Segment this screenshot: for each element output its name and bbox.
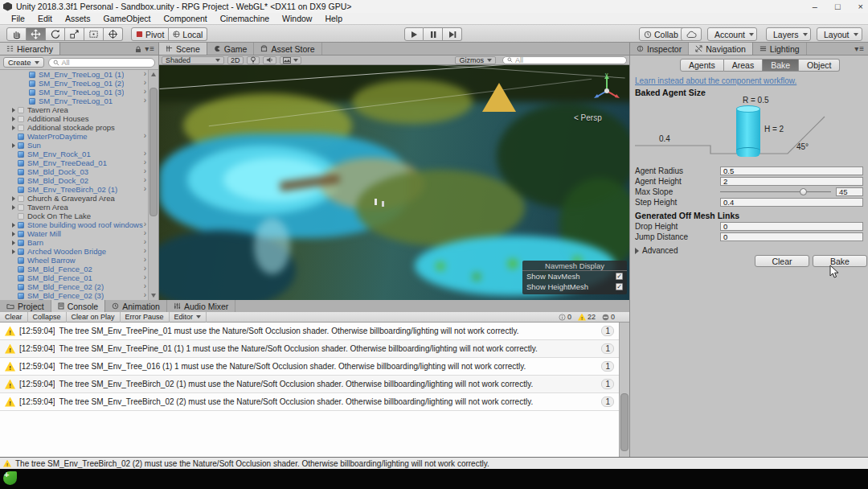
account-dropdown[interactable]: Account [707,27,757,41]
hierarchy-item[interactable]: SM_Bld_Fence_02 (3) › [0,291,148,300]
error-count-toggle[interactable]: 0 [602,313,615,321]
hierarchy-item[interactable]: Water Mill › [0,229,148,238]
local-toggle-button[interactable]: Local [169,27,207,41]
menu-item[interactable]: Edit [31,14,59,23]
bake-button[interactable]: Bake [813,255,867,267]
hierarchy-item[interactable]: Barn › [0,238,148,247]
tab-audio-mixer[interactable]: Audio Mixer [167,300,235,312]
prefab-chevron-icon[interactable]: › [144,131,146,140]
tab-project[interactable]: Project [0,300,51,312]
menu-item[interactable]: File [5,14,31,23]
clear-button[interactable]: Clear [755,255,809,267]
tab-game[interactable]: Game [207,43,255,55]
hierarchy-item[interactable]: SM_Bld_Fence_02 › [0,265,148,273]
menu-item[interactable]: Component [157,14,213,23]
hierarchy-item[interactable]: SM_Env_TreeBirch_02 (1) › [0,185,148,194]
expand-arrow-icon[interactable] [10,221,18,228]
console-message-row[interactable]: ! [12:59:04] The tree SM_Env_TreeBirch_0… [0,393,619,411]
console-message-row[interactable]: ! [12:59:04] The tree SM_Env_TreeBirch_0… [0,376,619,393]
prefab-chevron-icon[interactable]: › [144,184,146,193]
expand-arrow-icon[interactable] [10,159,18,166]
expand-arrow-icon[interactable] [10,133,18,140]
console-message-row[interactable]: ! [12:59:04] The tree SM_Env_Tree_016 (1… [0,358,619,376]
hierarchy-item[interactable]: SM_Env_Rock_01 › [0,150,148,158]
hierarchy-item[interactable]: Tavern Area › [0,105,148,114]
prefab-chevron-icon[interactable]: › [144,158,146,166]
maximize-button[interactable]: □ [835,2,841,11]
subtab-areas[interactable]: Areas [724,59,763,72]
show-navmesh-checkbox[interactable]: ✓ [616,273,623,280]
scene-lighting-toggle[interactable] [247,56,260,64]
step-height-field[interactable]: 0.4 [720,198,863,207]
prefab-chevron-icon[interactable]: › [144,273,146,281]
layout-dropdown[interactable]: Layout [817,27,862,41]
expand-arrow-icon[interactable] [10,115,18,122]
prefab-chevron-icon[interactable]: › [144,290,146,299]
transform-tool-button[interactable] [104,27,123,41]
expand-arrow-icon[interactable] [10,239,18,246]
hierarchy-item[interactable]: SM_Env_TreeLog_01 (3) › [0,88,148,97]
tab-hierarchy[interactable]: Hierarchy [0,43,60,55]
jump-distance-field[interactable]: 0 [720,232,863,241]
hierarchy-item[interactable]: Additional stockade props › [0,123,148,132]
move-tool-button[interactable] [27,27,46,41]
expand-arrow-icon[interactable] [10,177,18,184]
prefab-chevron-icon[interactable]: › [144,228,146,237]
advanced-foldout[interactable]: Advanced [635,246,678,255]
console-clear-on-play-button[interactable]: Clear on Play [67,312,121,323]
expand-arrow-icon[interactable] [10,142,18,149]
subtab-bake[interactable]: Bake [763,59,799,72]
expand-arrow-icon[interactable] [10,168,18,175]
2d-toggle-button[interactable]: 2D [227,56,244,64]
hierarchy-item[interactable]: SM_Env_TreeLog_01 (1) › [0,70,148,79]
prefab-chevron-icon[interactable]: › [144,149,146,158]
prefab-chevron-icon[interactable]: › [144,264,146,273]
scene-3d-viewport[interactable]: y < Persp Navmesh Display Show NavMesh ✓… [159,65,629,300]
console-clear-button[interactable]: Clear [0,312,28,323]
component-workflow-link[interactable]: Learn instead about the component workfl… [635,76,796,85]
hierarchy-item[interactable]: Tavern Area › [0,203,148,212]
max-slope-slider[interactable] [720,187,831,196]
cloud-button[interactable] [681,27,702,41]
console-collapse-button[interactable]: Collapse [28,312,67,323]
tab-asset-store[interactable]: Asset Store [254,43,321,55]
hierarchy-item[interactable]: Wheel Barrow › [0,256,148,265]
gizmos-dropdown[interactable]: Gizmos [455,56,496,64]
status-bar[interactable]: ! The tree SM_Env_TreeBirch_02 (2) must … [0,457,868,469]
create-button[interactable]: Create [3,57,44,68]
expand-arrow-icon[interactable] [10,292,18,299]
expand-arrow-icon[interactable] [10,257,18,264]
max-slope-slider-thumb[interactable] [800,188,807,195]
expand-arrow-icon[interactable] [22,80,29,87]
close-button[interactable]: × [858,2,863,11]
hierarchy-item[interactable]: SM_Bld_Fence_02 (2) › [0,282,148,291]
layers-dropdown[interactable]: Layers [766,27,811,41]
hierarchy-item[interactable]: SM_Env_TreeDead_01 › [0,158,148,167]
hierarchy-item[interactable]: SM_Env_TreeLog_01 › [0,97,148,105]
pivot-toggle-button[interactable]: Pivot [131,27,169,41]
console-editor-dropdown[interactable]: Editor [170,312,207,323]
menu-item[interactable]: Help [318,14,349,23]
expand-arrow-icon[interactable] [10,230,18,237]
prefab-chevron-icon[interactable]: › [144,70,146,78]
rotate-tool-button[interactable] [46,27,65,41]
prefab-chevron-icon[interactable]: › [144,96,146,105]
console-message-row[interactable]: ! [12:59:04] The tree SM_Env_TreePine_01… [0,323,619,340]
console-scrollbar-thumb[interactable] [620,393,628,451]
tab-scene[interactable]: Scene [159,43,207,55]
step-button[interactable] [443,27,462,41]
expand-arrow-icon[interactable] [10,274,18,281]
menu-item[interactable]: Window [276,14,318,23]
expand-arrow-icon[interactable] [10,106,18,113]
prefab-chevron-icon[interactable]: › [144,220,146,228]
expand-arrow-icon[interactable] [10,212,18,220]
menu-item[interactable]: GameObject [97,14,158,23]
hierarchy-item[interactable]: Additional Houses › [0,114,148,123]
expand-arrow-icon[interactable] [10,186,18,193]
prefab-chevron-icon[interactable]: › [144,255,146,264]
hierarchy-item[interactable]: Sun › [0,141,148,150]
perspective-label[interactable]: < Persp [574,113,602,122]
prefab-chevron-icon[interactable]: › [144,87,146,96]
hierarchy-search-input[interactable]: All [48,58,155,68]
warning-count-toggle[interactable]: ! 22 [578,313,596,321]
